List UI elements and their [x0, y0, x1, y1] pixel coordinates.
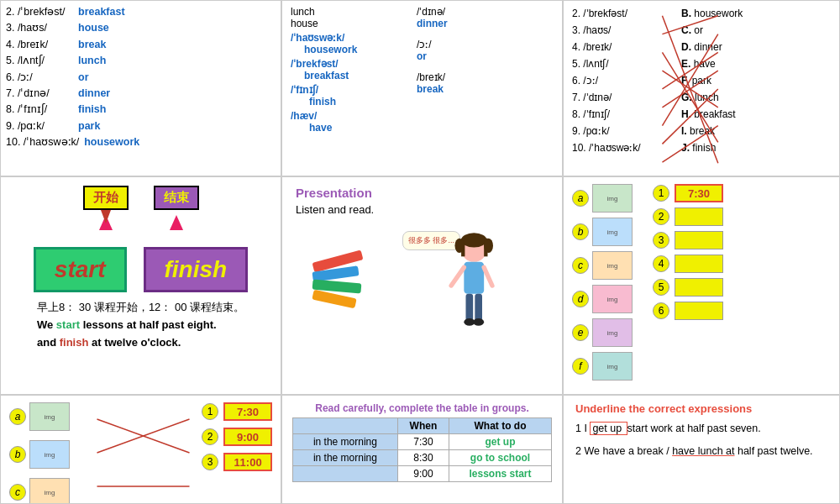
arrow-up-finish — [170, 215, 183, 230]
svg-rect-15 — [464, 262, 484, 294]
img-placeholder: img — [592, 285, 633, 313]
finish-word: finish — [60, 336, 89, 349]
have-lunch-underline: have lunch at — [672, 445, 734, 457]
c3r1-word-item: D. dinner — [681, 39, 831, 55]
table-header — [293, 418, 398, 434]
c3r1-phonetic-item: 3. /haʊs/ — [572, 23, 681, 38]
en-sentence2: and finish at twelve o'clock. — [37, 334, 244, 352]
letter-circle: a — [572, 190, 589, 207]
underline-item2: 2 We have a break / have lunch at half p… — [575, 443, 827, 460]
presentation-image-area: 很多多 很多... — [296, 223, 549, 357]
word-list-panel: 2. /ˈbrekfəst/breakfast3. /haʊs/house4. … — [0, 0, 281, 176]
underline-text: 1 I get up start work at half past seven… — [575, 420, 827, 461]
num-circle: 2 — [653, 208, 669, 225]
presentation-title: Presentation — [296, 186, 549, 200]
c1r3-lines-area: 1 7:30 2 9:00 3 11:00 — [73, 402, 272, 504]
c3r1-phonetic-item: 10. /ˈhaʊswəːk/ — [572, 140, 681, 155]
image-letter-row: a img — [572, 184, 633, 213]
word-list-item: 5. /lʌntʃ/lunch — [6, 53, 276, 69]
underline-content: Underline the correct expressions 1 I ge… — [569, 399, 834, 465]
start-word: start — [56, 318, 80, 331]
num-circle: 3 — [202, 454, 218, 470]
number-time-row: 5 — [653, 278, 723, 297]
jieshu-col: 结束 — [154, 186, 199, 232]
word-list-item: 6. /ɔː/or — [6, 70, 276, 86]
match-item4: /hæv/have — [291, 110, 408, 134]
letter-circle: b — [572, 223, 589, 240]
svg-point-13 — [455, 239, 465, 253]
c3r1-word-item: F. park — [681, 73, 831, 88]
right-ph2: /ɔː/or — [417, 39, 492, 62]
c3r1-phonetic-item: 7. /ˈdɪnə/ — [572, 90, 681, 105]
img-placeholder: img — [592, 184, 633, 213]
match-item1: /ˈhaʊswəːk/housework — [291, 32, 408, 55]
image-letter-list: a img b img c img d img e img f img — [572, 184, 633, 381]
c3r1-phonetic-item: 9. /pɑːk/ — [572, 123, 681, 139]
letter-circle: e — [572, 324, 589, 341]
table-title: Read carefully, complete the table in gr… — [292, 402, 552, 414]
table-row: in the morning8:30go to school — [293, 450, 552, 466]
c3r1-phonetic-item: 2. /ˈbrekfəst/ — [572, 6, 681, 21]
start-finish-panel: 开始 结束 start finish 早上8： 30 课程开始，12： 00 课… — [0, 176, 281, 395]
c3r1-word-item: J. finish — [681, 140, 831, 155]
img-placeholder: img — [592, 218, 633, 246]
num-circle: 3 — [653, 232, 669, 249]
letter-circle: c — [9, 484, 26, 501]
c1r3-letter-images: a img b img c img — [9, 402, 70, 504]
number-time-row: 2 — [653, 207, 723, 226]
svg-rect-18 — [466, 294, 474, 322]
kaishi-box: 开始 — [83, 186, 129, 210]
underline-title: Underline the correct expressions — [575, 402, 827, 415]
en-sentence1: We start lessons at half past eight. — [37, 317, 244, 334]
time-box: 7:30 — [675, 184, 723, 202]
start-finish-content: 开始 结束 start finish 早上8： 30 课程开始，12： 00 课… — [6, 181, 276, 356]
svg-line-17 — [484, 267, 492, 286]
c1r3-num-row: 2 9:00 — [202, 428, 272, 446]
img-placeholder: img — [29, 478, 70, 504]
c3r1-word-item: I. break — [681, 123, 831, 139]
match-item2: /ˈbrekfəst/breakfast — [291, 58, 408, 81]
get-up-box: get up — [590, 422, 627, 435]
letter-circle: b — [9, 446, 26, 463]
start-finish-buttons-row: start finish — [34, 247, 248, 292]
girl-figure — [423, 231, 498, 340]
c1r3-img-row: b img — [9, 440, 70, 469]
c3r1-phonetic-item: 5. /lʌntʃ/ — [572, 56, 681, 71]
number-time-row: 4 — [653, 255, 723, 273]
match-header: lunch house — [291, 6, 408, 29]
c3r1-word-item: C. or — [681, 23, 831, 38]
table-row: 9:00lessons start — [293, 466, 552, 482]
empty-box — [675, 278, 723, 297]
c3r1-inner: 2. /ˈbrekfəst/3. /haʊs/4. /breɪk/5. /lʌn… — [569, 4, 834, 172]
c3r2-inner: a img b img c img d img e img f img 1 7:… — [569, 181, 834, 384]
presentation-content: Presentation Listen and read. 很多多 很多... — [287, 181, 557, 362]
num-circle: 4 — [653, 255, 669, 272]
underline-item1: 1 I get up start work at half past seven… — [575, 420, 827, 438]
jieshu-box: 结束 — [154, 186, 199, 210]
matching-panel: lunch house /ˈhaʊswəːk/housework /ˈbrekf… — [281, 0, 563, 176]
number-time-row: 1 7:30 — [653, 184, 723, 202]
c1r3-number-times: 1 7:30 2 9:00 3 11:00 — [202, 402, 272, 471]
right-ph3: /breɪk/break — [417, 71, 492, 95]
c3r1-word-item: G. lunch — [681, 90, 831, 105]
kaishi-col: 开始 — [83, 186, 129, 232]
underline-panel: Underline the correct expressions 1 I ge… — [563, 395, 840, 504]
word-list-item: 3. /haʊs/house — [6, 20, 276, 36]
c3r1-phonetic-item: 8. /ˈfɪnɪʃ/ — [572, 107, 681, 122]
c3r1-word-item: E. have — [681, 56, 831, 71]
table-cell-when: 9:00 — [397, 466, 449, 482]
kaishi-jieshu-row: 开始 结束 — [83, 186, 199, 232]
table-cell-when: 7:30 — [397, 434, 449, 450]
table-cell-what: get up — [449, 434, 552, 450]
image-letter-row: c img — [572, 251, 633, 280]
number-time-row: 6 — [653, 302, 723, 320]
finish-button[interactable]: finish — [144, 247, 249, 292]
svg-point-14 — [484, 239, 493, 253]
bottom-matching-panel: a img b img c img 1 7:30 2 9:00 3 11:00 — [0, 395, 281, 504]
number-time-row: 3 — [653, 231, 723, 249]
start-button[interactable]: start — [34, 247, 127, 292]
word-list-item: 7. /ˈdɪnə/dinner — [6, 86, 276, 102]
word-list-item: 10. /ˈhaʊswəːk/housework — [6, 134, 276, 150]
num-circle: 1 — [653, 185, 669, 202]
table-cell-what: go to school — [449, 450, 552, 466]
